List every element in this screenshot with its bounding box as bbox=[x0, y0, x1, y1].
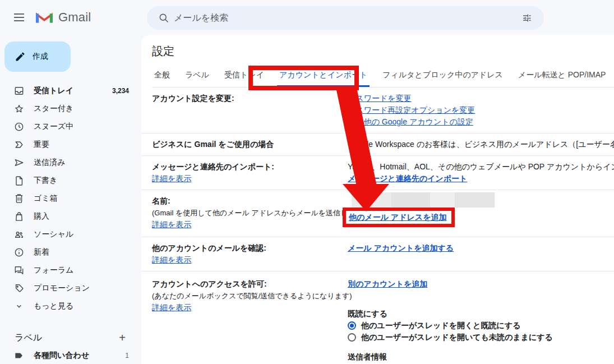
info-circle-icon bbox=[13, 247, 25, 258]
sidebar-item-label: もっと見る bbox=[34, 301, 135, 311]
sidebar: 作成 受信トレイ 3,234 スター付き スヌーズ中 重要 送信済み 下書き bbox=[0, 35, 141, 364]
label-name: 各種問い合わせ bbox=[34, 351, 125, 361]
radio-label: 他のユーザーがスレッドを開いても未読のままにする bbox=[361, 331, 553, 343]
sidebar-item-important[interactable]: 重要 bbox=[0, 136, 141, 154]
radio-label: 他のユーザーがスレッドを開くと既読にする bbox=[361, 320, 521, 331]
sidebar-nav: 受信トレイ 3,234 スター付き スヌーズ中 重要 送信済み 下書き ゴミ箱 bbox=[0, 82, 141, 315]
gmail-m-icon bbox=[35, 10, 54, 25]
search-options-tune-icon[interactable] bbox=[517, 8, 537, 28]
row-check-other-accounts: 他のアカウントのメールを確認: 詳細を表示 メール アカウントを追加する bbox=[141, 237, 614, 271]
tab-general[interactable]: 全般 bbox=[152, 66, 172, 87]
radio-mark-read-when-opened[interactable]: 他のユーザーがスレッドを開くと既読にする bbox=[348, 320, 614, 331]
sidebar-item-starred[interactable]: スター付き bbox=[0, 100, 141, 118]
shopping-bag-icon bbox=[13, 211, 25, 222]
add-label-plus-icon[interactable]: + bbox=[116, 331, 129, 344]
tab-inbox[interactable]: 受信トレイ bbox=[222, 66, 266, 87]
label-icon bbox=[13, 350, 25, 361]
tab-forwarding-pop-imap[interactable]: メール転送と POP/IMAP bbox=[516, 66, 608, 87]
sidebar-item-label: 下書き bbox=[34, 176, 135, 186]
compose-button[interactable]: 作成 bbox=[4, 42, 71, 72]
mark-as-read-header: 既読にする bbox=[348, 308, 614, 320]
sidebar-item-label: ソーシャル bbox=[34, 229, 135, 239]
send-icon bbox=[13, 157, 25, 168]
annotation-box-add-email: 他のメール アドレスを追加 bbox=[343, 208, 455, 227]
sidebar-item-trash[interactable]: ゴミ箱 bbox=[0, 190, 141, 208]
row-label: 他のアカウントのメールを確認: bbox=[152, 242, 348, 254]
hamburger-menu-icon[interactable] bbox=[8, 6, 30, 29]
settings-tabs: 全般 ラベル 受信トレイ アカウントとインポート フィルタとブロック中のアドレス… bbox=[152, 66, 614, 87]
clock-icon bbox=[13, 121, 25, 132]
change-password-link[interactable]: パスワードを変更 bbox=[348, 94, 412, 103]
draft-file-icon bbox=[13, 175, 25, 186]
sidebar-item-label: 重要 bbox=[34, 140, 135, 150]
add-mail-account-link[interactable]: メール アカウントを追加する bbox=[348, 243, 454, 252]
radio-leave-unread[interactable]: 他のユーザーがスレッドを開いても未読のままにする bbox=[348, 331, 614, 343]
search-input[interactable] bbox=[174, 13, 517, 23]
labels-header-title: ラベル bbox=[15, 332, 116, 344]
grant-access-learn-more-link[interactable]: 詳細を表示 bbox=[152, 303, 191, 312]
chevron-down-icon bbox=[13, 301, 25, 312]
inbox-icon bbox=[13, 85, 25, 96]
sidebar-item-label: スヌーズ中 bbox=[34, 122, 135, 132]
compose-label: 作成 bbox=[33, 52, 48, 62]
sidebar-item-label: 受信トレイ bbox=[34, 86, 112, 96]
row-label: 名前: bbox=[152, 195, 348, 207]
grant-access-note: (あなたのメールボックスで閲覧/送信できるようになります) bbox=[152, 290, 348, 302]
sidebar-item-snoozed[interactable]: スヌーズ中 bbox=[0, 118, 141, 136]
gmail-logo: Gmail bbox=[35, 10, 91, 25]
sidebar-item-label: ゴミ箱 bbox=[34, 193, 135, 204]
import-learn-more-link[interactable]: 詳細を表示 bbox=[152, 174, 191, 183]
row-import: メッセージと連絡先のインポート: 詳細を表示 Yahoo!、Hotmail、AO… bbox=[141, 156, 614, 190]
row-label: ビジネスに Gmail をご使用の場合 bbox=[152, 139, 348, 150]
row-account-settings: アカウント設定を変更: パスワードを変更 パスワード再設定オプションを変更 その… bbox=[141, 87, 614, 133]
sidebar-item-sent[interactable]: 送信済み bbox=[0, 154, 141, 172]
sidebar-item-promotions[interactable]: プロモーション bbox=[0, 279, 141, 297]
forum-chat-icon bbox=[13, 265, 25, 276]
change-password-recovery-link[interactable]: パスワード再設定オプションを変更 bbox=[348, 105, 475, 114]
sender-info-header: 送信者情報 bbox=[348, 351, 614, 363]
trash-icon bbox=[13, 193, 25, 204]
search-bar[interactable] bbox=[147, 6, 544, 30]
row-label: アカウントへのアクセスを許可: bbox=[152, 278, 348, 290]
sidebar-item-updates[interactable]: 新着 bbox=[0, 243, 141, 261]
label-count: 1 bbox=[125, 352, 129, 360]
redacted-name-field bbox=[352, 192, 495, 208]
add-other-email-address-link[interactable]: 他のメール アドレスを追加 bbox=[349, 213, 447, 223]
search-icon[interactable] bbox=[154, 8, 174, 28]
important-marker-icon bbox=[13, 139, 25, 150]
import-description: Yahoo!、Hotmail、AOL、その他のウェブメールや POP アカウント… bbox=[348, 161, 614, 173]
sidebar-item-label: 購入 bbox=[34, 211, 135, 222]
sidebar-item-forums[interactable]: フォーラム bbox=[0, 261, 141, 279]
top-bar: Gmail bbox=[0, 0, 614, 35]
radio-selected-icon[interactable] bbox=[348, 321, 356, 330]
sidebar-item-more[interactable]: もっと見る bbox=[0, 297, 141, 315]
star-icon bbox=[13, 103, 25, 114]
add-another-account-link[interactable]: 別のアカウントを追加 bbox=[348, 279, 427, 288]
sidebar-item-drafts[interactable]: 下書き bbox=[0, 172, 141, 190]
send-as-learn-more-link[interactable]: 詳細を表示 bbox=[152, 220, 191, 229]
labels-header: ラベル + bbox=[0, 329, 141, 347]
sidebar-item-label: スター付き bbox=[34, 104, 135, 114]
pencil-icon bbox=[15, 51, 26, 62]
tab-labels[interactable]: ラベル bbox=[183, 66, 211, 87]
inbox-count: 3,234 bbox=[112, 87, 129, 95]
tab-accounts-and-import[interactable]: アカウントとインポート bbox=[277, 66, 370, 87]
sidebar-item-inbox[interactable]: 受信トレイ 3,234 bbox=[0, 82, 141, 100]
row-label: メッセージと連絡先のインポート: bbox=[152, 161, 348, 173]
sidebar-item-label: プロモーション bbox=[34, 283, 135, 293]
check-mail-learn-more-link[interactable]: 詳細を表示 bbox=[152, 255, 191, 264]
sidebar-item-purchases[interactable]: 購入 bbox=[0, 208, 141, 225]
import-mail-contacts-link[interactable]: メッセージと連絡先のインポート bbox=[348, 174, 467, 183]
sidebar-label-inquiries[interactable]: 各種問い合わせ 1 bbox=[0, 347, 141, 364]
row-label: アカウント設定を変更: bbox=[152, 93, 348, 104]
tab-filters-blocked[interactable]: フィルタとブロック中のアドレス bbox=[380, 66, 505, 87]
brand-title: Gmail bbox=[58, 10, 91, 25]
sidebar-item-label: フォーラム bbox=[34, 265, 135, 275]
tag-icon bbox=[13, 283, 25, 294]
other-google-account-settings-link[interactable]: その他の Google アカウントの設定 bbox=[348, 117, 473, 126]
row-business-gmail: ビジネスに Gmail をご使用の場合 Google Workspace のお客… bbox=[141, 133, 614, 156]
sidebar-item-label: 新着 bbox=[34, 247, 135, 257]
sidebar-item-social[interactable]: ソーシャル bbox=[0, 225, 141, 243]
people-icon bbox=[13, 229, 25, 240]
radio-unselected-icon[interactable] bbox=[348, 333, 356, 342]
